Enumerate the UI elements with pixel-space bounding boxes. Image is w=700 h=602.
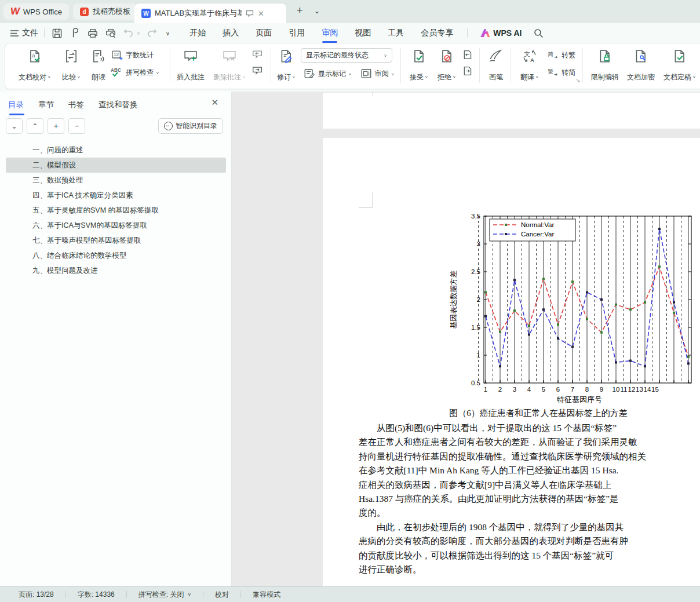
toc-item[interactable]: 九、模型问题及改进: [6, 263, 226, 278]
insert-comment-button[interactable]: 插入批注: [173, 47, 208, 84]
accept-icon: [411, 49, 426, 64]
menu-item-review[interactable]: 审阅: [322, 25, 338, 41]
tab-find-replace[interactable]: 查找和替换: [99, 96, 138, 115]
compatibility-mode-indicator[interactable]: 兼容模式: [253, 590, 280, 600]
spellcheck-indicator[interactable]: 拼写检查: 关闭: [138, 590, 184, 600]
translate-button[interactable]: 文A 翻译∨: [514, 47, 545, 84]
svg-text:5: 5: [542, 386, 545, 393]
compare-icon: [64, 49, 79, 64]
toc-item[interactable]: 七、基于噪声模型的基因标签提取: [6, 233, 226, 248]
undo-icon[interactable]: [122, 27, 135, 39]
read-aloud-button[interactable]: 朗读: [85, 47, 112, 84]
menu-item-tools[interactable]: 工具: [388, 25, 404, 41]
search-icon[interactable]: [532, 27, 545, 39]
compare-button[interactable]: 比较∨: [56, 47, 86, 84]
to-traditional-button[interactable]: 简 转繁: [546, 48, 575, 62]
tab-document-active[interactable]: W MATLAB实现基于临床与基因 ✕: [134, 3, 286, 23]
review-pane-button[interactable]: 审阅∨: [360, 67, 395, 81]
close-tab-icon[interactable]: ✕: [258, 9, 264, 18]
tab-bookmarks[interactable]: 书签: [68, 96, 84, 115]
reject-icon: [439, 49, 454, 64]
toc-item[interactable]: 三、数据预处理: [6, 173, 226, 188]
menu-item-home[interactable]: 开始: [189, 25, 206, 41]
collapse-up-button[interactable]: ⌃: [27, 118, 43, 134]
menu-item-insert[interactable]: 插入: [223, 25, 239, 41]
expand-all-button[interactable]: ＋: [48, 118, 64, 134]
menu-item-reference[interactable]: 引用: [289, 25, 305, 41]
tab-toc[interactable]: 目录: [8, 96, 24, 115]
print-icon[interactable]: [86, 27, 99, 39]
proofread-button[interactable]: 校对: [215, 590, 229, 600]
traditional-char-icon: 繁: [547, 67, 559, 78]
word-doc-icon: W: [141, 9, 151, 18]
undo-caret-icon[interactable]: ∨: [137, 31, 140, 36]
tab-chapters[interactable]: 章节: [38, 96, 54, 115]
save-icon[interactable]: [50, 27, 63, 39]
redo-icon[interactable]: [145, 27, 158, 39]
svg-text:ABC: ABC: [111, 68, 121, 73]
menu-item-view[interactable]: 视图: [355, 25, 371, 41]
quick-access-caret-icon[interactable]: ∨: [166, 30, 170, 37]
next-comment-icon[interactable]: [251, 64, 264, 77]
track-changes-button[interactable]: 修订∨: [271, 47, 302, 84]
close-pane-icon[interactable]: ✕: [211, 97, 218, 108]
toc-item[interactable]: 六、基于ICA与SVM的基因标签提取: [6, 218, 226, 233]
markup-state-select[interactable]: 显示标记的最终状态 ∨: [301, 48, 392, 63]
ink-brush-button[interactable]: 画笔: [482, 47, 511, 84]
svg-text:2: 2: [498, 386, 502, 393]
toc-item[interactable]: 五、基于灵敏度的SVM 的基因标签提取: [6, 203, 226, 218]
chevron-down-icon[interactable]: ∨: [187, 592, 191, 597]
word-count-button[interactable]: 12 字数统计: [111, 48, 159, 62]
toc-item[interactable]: 一、问题的重述: [6, 143, 226, 158]
finalize-document-button[interactable]: 文档定稿∨: [660, 47, 699, 84]
expand-group-icon[interactable]: ↘: [575, 77, 580, 83]
show-markup-button[interactable]: 显示标记∨: [303, 67, 352, 81]
next-change-icon[interactable]: [461, 64, 473, 77]
tab-list-caret-icon[interactable]: ⌄: [314, 7, 320, 15]
smart-recognize-icon: [164, 122, 173, 130]
accept-change-button[interactable]: 接受∨: [404, 47, 434, 84]
comment-bubble-icon[interactable]: [246, 10, 254, 17]
print-preview-icon[interactable]: [104, 27, 117, 39]
menu-item-page[interactable]: 页面: [256, 25, 272, 41]
text-line: 进行正确诊断。: [359, 563, 700, 577]
text-line: 症相关的致病基因，而参考文献[9]中吕满义等人在临床学基础上: [359, 478, 700, 492]
delete-comment-button[interactable]: 删除批注∨: [209, 47, 250, 84]
ink-brush-icon: [488, 49, 504, 64]
doc-proofread-button[interactable]: a 文档校对∨: [17, 47, 52, 84]
svg-text:10: 10: [612, 386, 620, 393]
menu-item-member[interactable]: 会员专享: [421, 25, 453, 41]
encrypt-document-button[interactable]: 文档加密: [623, 47, 659, 84]
page[interactable]: 0.511.522.533.5123456789101112131415Norm…: [323, 138, 700, 586]
svg-text:6: 6: [556, 386, 560, 393]
to-simplified-button[interactable]: 繁 转简: [546, 65, 575, 79]
collapse-all-button[interactable]: －: [68, 118, 85, 134]
margin-corner-mark: [359, 207, 373, 207]
file-menu-button[interactable]: 文件: [10, 28, 38, 38]
tab-docer-templates[interactable]: d 找稻壳模板: [73, 3, 137, 20]
divider: [203, 591, 203, 598]
document-area[interactable]: 0.511.522.533.5123456789101112131415Norm…: [232, 92, 700, 586]
menu-items: 开始 插入 页面 引用 审阅 视图 工具 会员专享: [189, 25, 453, 41]
wps-ai-button[interactable]: WPS AI: [480, 28, 522, 38]
toc-toolbar: ⌄ ⌃ ＋ －: [6, 118, 85, 134]
export-pdf-icon[interactable]: [68, 27, 81, 39]
smart-toc-button[interactable]: 智能识别目录: [158, 118, 223, 134]
word-count-indicator[interactable]: 字数: 14336: [78, 590, 115, 600]
tab-wps-home[interactable]: W WPS Office: [3, 3, 69, 20]
reject-change-button[interactable]: 拒绝∨: [432, 47, 462, 84]
restrict-editing-button[interactable]: 限制编辑: [587, 47, 623, 84]
svg-text:14: 14: [644, 386, 651, 393]
svg-text:7: 7: [571, 386, 574, 393]
body-text[interactable]: 从图(5)和图(6)中可以看出，对于提取出的这 15 个基因“标签”差在正常人和…: [359, 421, 700, 577]
expand-down-button[interactable]: ⌄: [6, 118, 23, 134]
previous-change-icon[interactable]: [461, 48, 473, 61]
toc-item[interactable]: 二、模型假设: [6, 158, 226, 173]
spell-check-button[interactable]: ABC 拼写检查∨: [111, 65, 159, 79]
page-indicator[interactable]: 页面: 13/28: [19, 590, 54, 600]
new-tab-button[interactable]: +: [297, 5, 303, 17]
toc-item[interactable]: 四、基于ICA 技术确定分类因素: [6, 188, 226, 203]
toc-item[interactable]: 八、结合临床结论的数学模型: [6, 248, 226, 263]
svg-text:a: a: [32, 53, 35, 59]
previous-comment-icon[interactable]: [251, 48, 264, 61]
